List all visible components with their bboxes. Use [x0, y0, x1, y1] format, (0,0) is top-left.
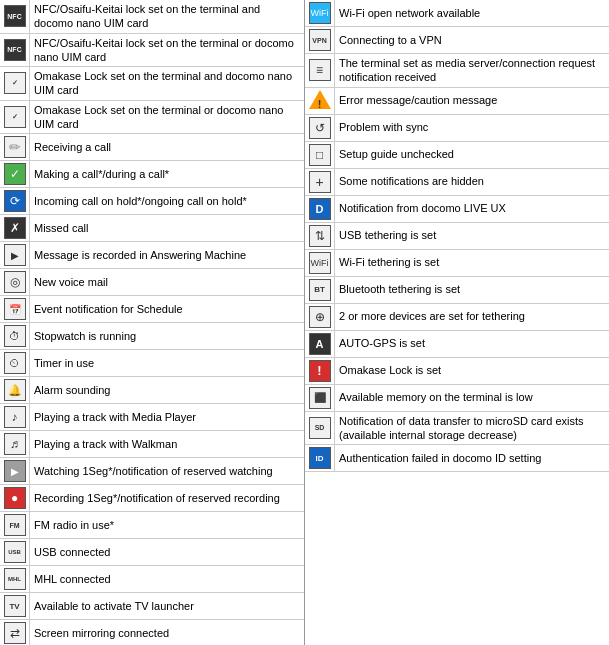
table-row: ≡ The terminal set as media server/conne…: [305, 54, 609, 88]
icon-cell: !: [305, 358, 335, 384]
status-icon: D: [309, 198, 331, 220]
table-row: ▶ Watching 1Seg*/notification of reserve…: [0, 458, 304, 485]
status-icon: ⬛: [309, 387, 331, 409]
table-row: ✓ Making a call*/during a call*: [0, 161, 304, 188]
status-icon: ↺: [309, 117, 331, 139]
row-text: NFC/Osaifu-Keitai lock set on the termin…: [30, 34, 304, 67]
row-text: Making a call*/during a call*: [30, 161, 304, 187]
icon-cell: ♪: [0, 404, 30, 430]
status-icon: ▶: [4, 460, 26, 482]
row-text: Available memory on the terminal is low: [335, 385, 609, 411]
status-icon: NFC: [4, 39, 26, 61]
status-icon: SD: [309, 417, 331, 439]
table-row: ⇄ Screen mirroring connected: [0, 620, 304, 645]
row-text: NFC/Osaifu-Keitai lock set on the termin…: [30, 0, 304, 33]
icon-cell: NFC: [0, 34, 30, 67]
table-row: D Notification from docomo LIVE UX: [305, 196, 609, 223]
status-icon: ♪: [4, 406, 26, 428]
row-text: MHL connected: [30, 566, 304, 592]
right-column: WiFi Wi-Fi open network available VPN Co…: [305, 0, 609, 645]
table-row: USB USB connected: [0, 539, 304, 566]
row-text: USB tethering is set: [335, 223, 609, 249]
table-row: ✏ Receiving a call: [0, 134, 304, 161]
table-row: VPN Connecting to a VPN: [305, 27, 609, 54]
table-row: ♬ Playing a track with Walkman: [0, 431, 304, 458]
icon-cell: USB: [0, 539, 30, 565]
row-text: Playing a track with Walkman: [30, 431, 304, 457]
icon-cell: A: [305, 331, 335, 357]
table-row: WiFi Wi-Fi tethering is set: [305, 250, 609, 277]
icon-cell: WiFi: [305, 250, 335, 276]
status-icon: ⟳: [4, 190, 26, 212]
icon-cell: ✏: [0, 134, 30, 160]
table-row: ⏱ Stopwatch is running: [0, 323, 304, 350]
status-icon: ◎: [4, 271, 26, 293]
table-row: WiFi Wi-Fi open network available: [305, 0, 609, 27]
icon-cell: ↺: [305, 115, 335, 141]
icon-cell: BT: [305, 277, 335, 303]
icon-cell: TV: [0, 593, 30, 619]
status-icon: +: [309, 171, 331, 193]
row-text: Recording 1Seg*/notification of reserved…: [30, 485, 304, 511]
status-icon: FM: [4, 514, 26, 536]
icon-cell: ◎: [0, 269, 30, 295]
status-icon: □: [309, 144, 331, 166]
status-icon: ID: [309, 447, 331, 469]
row-text: Message is recorded in Answering Machine: [30, 242, 304, 268]
table-row: ● Recording 1Seg*/notification of reserv…: [0, 485, 304, 512]
icon-cell: D: [305, 196, 335, 222]
row-text: Connecting to a VPN: [335, 27, 609, 53]
row-text: Notification of data transfer to microSD…: [335, 412, 609, 445]
row-text: Some notifications are hidden: [335, 169, 609, 195]
icon-cell: 📅: [0, 296, 30, 322]
row-text: Omakase Lock is set: [335, 358, 609, 384]
table-row: TV Available to activate TV launcher: [0, 593, 304, 620]
status-icon: 📅: [4, 298, 26, 320]
status-icon: ♬: [4, 433, 26, 455]
row-text: Available to activate TV launcher: [30, 593, 304, 619]
table-row: ◎ New voice mail: [0, 269, 304, 296]
table-row: ⏲ Timer in use: [0, 350, 304, 377]
icon-cell: 🔔: [0, 377, 30, 403]
row-text: Notification from docomo LIVE UX: [335, 196, 609, 222]
icon-cell: VPN: [305, 27, 335, 53]
status-icon: ✓: [4, 106, 26, 128]
page: NFC NFC/Osaifu-Keitai lock set on the te…: [0, 0, 609, 645]
left-column: NFC NFC/Osaifu-Keitai lock set on the te…: [0, 0, 305, 645]
icon-cell: ⬛: [305, 385, 335, 411]
row-text: 2 or more devices are set for tethering: [335, 304, 609, 330]
table-row: A AUTO-GPS is set: [305, 331, 609, 358]
status-icon: USB: [4, 541, 26, 563]
row-text: Omakase Lock set on the terminal and doc…: [30, 67, 304, 100]
table-row: ! Error message/caution message: [305, 88, 609, 115]
row-text: Stopwatch is running: [30, 323, 304, 349]
icon-cell: ID: [305, 445, 335, 471]
status-icon: ⇄: [4, 622, 26, 644]
status-icon: !: [309, 360, 331, 382]
status-icon: ⇅: [309, 225, 331, 247]
row-text: Authentication failed in docomo ID setti…: [335, 445, 609, 471]
status-icon: ✓: [4, 72, 26, 94]
row-text: Timer in use: [30, 350, 304, 376]
row-text: Receiving a call: [30, 134, 304, 160]
icon-cell: ⊕: [305, 304, 335, 330]
status-icon: TV: [4, 595, 26, 617]
status-icon: ⏲: [4, 352, 26, 374]
row-text: Wi-Fi open network available: [335, 0, 609, 26]
table-row: BT Bluetooth tethering is set: [305, 277, 609, 304]
row-text: Missed call: [30, 215, 304, 241]
status-icon: ✓: [4, 163, 26, 185]
icon-cell: ✗: [0, 215, 30, 241]
table-row: NFC NFC/Osaifu-Keitai lock set on the te…: [0, 34, 304, 68]
icon-cell: +: [305, 169, 335, 195]
row-text: Alarm sounding: [30, 377, 304, 403]
status-icon: BT: [309, 279, 331, 301]
status-icon: 🔔: [4, 379, 26, 401]
icon-cell: ✓: [0, 161, 30, 187]
status-icon: WiFi: [309, 252, 331, 274]
table-row: MHL MHL connected: [0, 566, 304, 593]
icon-cell: FM: [0, 512, 30, 538]
table-row: ID Authentication failed in docomo ID se…: [305, 445, 609, 472]
row-text: Watching 1Seg*/notification of reserved …: [30, 458, 304, 484]
status-icon: ✗: [4, 217, 26, 239]
